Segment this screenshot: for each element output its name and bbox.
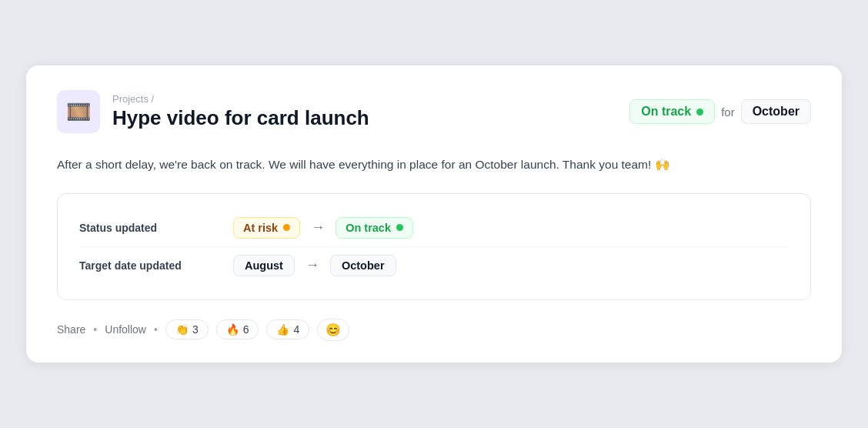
at-risk-label: At risk: [243, 222, 278, 234]
status-dot: [696, 109, 703, 115]
date-update-row: Target date updated August → October: [79, 246, 789, 284]
header-left: 🎞️ Projects / Hype video for card launch: [57, 90, 369, 133]
for-label: for: [721, 105, 735, 119]
fire-emoji: 🔥: [226, 323, 239, 336]
breadcrumb: Projects /: [112, 93, 369, 105]
thumbsup-count: 4: [293, 323, 299, 336]
thumbsup-emoji: 👍: [276, 323, 289, 336]
to-date-pill: October: [330, 255, 396, 276]
footer: Share • Unfollow • 👏 3 🔥 6 👍 4 😊: [57, 319, 811, 341]
card-header: 🎞️ Projects / Hype video for card launch…: [57, 90, 811, 133]
status-label: On track: [641, 105, 691, 119]
status-update-values: At risk → On track: [233, 217, 413, 239]
share-button[interactable]: Share: [57, 323, 85, 336]
reaction-fire-button[interactable]: 🔥 6: [216, 319, 259, 339]
on-track-dot: [396, 224, 403, 231]
add-reaction-icon: 😊: [326, 323, 341, 336]
header-text: Projects / Hype video for card launch: [112, 93, 369, 130]
footer-separator-1: •: [93, 323, 97, 336]
date-badge: October: [741, 99, 811, 124]
fire-count: 6: [243, 323, 249, 336]
status-update-row: Status updated At risk → On track: [79, 209, 789, 246]
main-card: 🎞️ Projects / Hype video for card launch…: [26, 65, 842, 363]
body-text: After a short delay, we're back on track…: [57, 155, 811, 175]
reaction-clap-button[interactable]: 👏 3: [165, 319, 209, 339]
status-area: On track for October: [629, 99, 811, 124]
arrow-icon-1: →: [311, 219, 325, 236]
date-update-label: Target date updated: [79, 259, 233, 272]
unfollow-button[interactable]: Unfollow: [105, 323, 146, 336]
add-reaction-button[interactable]: 😊: [317, 319, 349, 341]
reaction-thumbsup-button[interactable]: 👍 4: [266, 319, 309, 339]
at-risk-dot: [283, 224, 290, 231]
clap-emoji: 👏: [175, 323, 189, 336]
page-title: Hype video for card launch: [112, 106, 369, 130]
status-update-label: Status updated: [79, 222, 233, 234]
at-risk-badge: At risk: [233, 217, 300, 239]
footer-separator-2: •: [154, 323, 158, 336]
date-update-values: August → October: [233, 255, 396, 276]
on-track-badge: On track: [336, 217, 413, 239]
from-date-pill: August: [233, 255, 295, 276]
project-icon: 🎞️: [57, 90, 100, 133]
update-box: Status updated At risk → On track Target…: [57, 193, 811, 300]
arrow-icon-2: →: [305, 257, 319, 273]
status-badge[interactable]: On track: [629, 99, 715, 124]
on-track-label: On track: [346, 222, 391, 234]
clap-count: 3: [192, 323, 199, 336]
